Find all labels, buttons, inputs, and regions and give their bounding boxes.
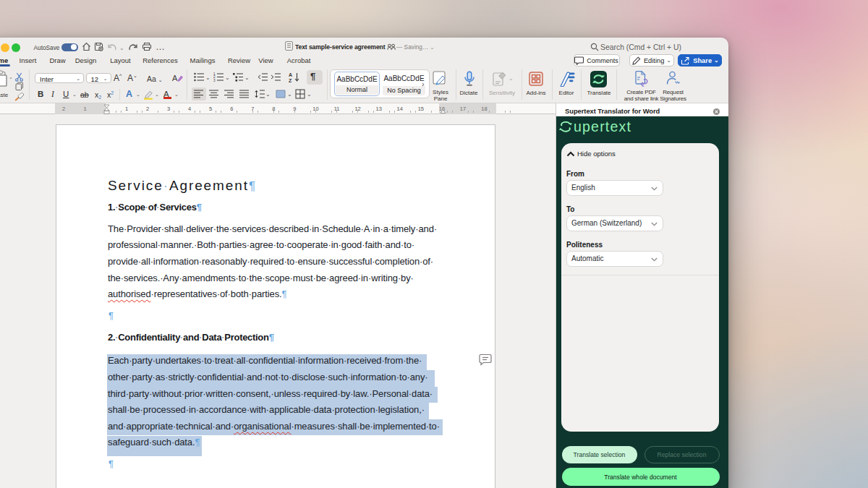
svg-text:A: A [289, 72, 292, 77]
svg-text:upertext: upertext [574, 120, 631, 134]
svg-text:Z: Z [289, 78, 292, 82]
svg-text:3: 3 [213, 79, 216, 82]
